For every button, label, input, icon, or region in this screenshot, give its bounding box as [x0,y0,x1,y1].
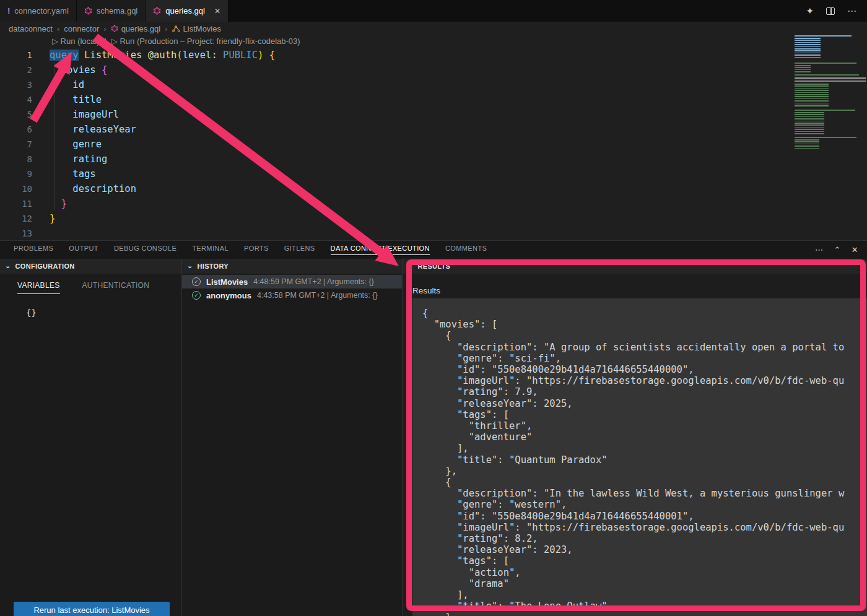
results-section: ⌄ RESULTS Results { "movies": [ { "descr… [403,259,867,616]
results-json-viewer[interactable]: { "movies": [ { "description": "A group … [412,298,867,616]
history-entry-meta: 4:48:59 PM GMT+2 | Arguments: {} [253,277,374,286]
panel-tab-problems[interactable]: PROBLEMS [14,245,53,255]
history-title: HISTORY [198,262,229,270]
code-editor[interactable]: ▷ Run (local) | ▷ Run (Production – Proj… [0,35,867,240]
configuration-section: ⌄ CONFIGURATION VARIABLES AUTHENTICATION… [0,259,182,616]
close-tab-icon[interactable]: ✕ [214,7,220,15]
history-row-anonymous[interactable]: ✓ anonymous 4:43:58 PM GMT+2 | Arguments… [182,288,402,302]
breadcrumb-listmovies[interactable]: ListMovies [172,24,221,33]
tab-label: connector.yaml [14,6,68,15]
yaml-file-icon: ! [7,7,10,15]
panel-maximize-icon[interactable]: ⌃ [834,245,840,254]
history-row-listmovies[interactable]: ✓ ListMovies 4:48:59 PM GMT+2 | Argument… [182,275,402,288]
panel-tab-bar: PROBLEMS OUTPUT DEBUG CONSOLE TERMINAL P… [0,241,867,258]
graphql-icon [84,7,92,15]
panel-tab-output[interactable]: OUTPUT [69,245,98,255]
success-check-icon: ✓ [192,277,201,286]
breadcrumb-separator: › [57,24,59,33]
codelens-divider: | [104,37,106,46]
variables-value[interactable]: {} [26,308,181,318]
tab-variables[interactable]: VARIABLES [17,281,60,294]
breadcrumb: dataconnect › connector › queries.gql › … [0,22,867,35]
breadcrumb-connector[interactable]: connector [64,24,99,33]
rerun-last-execution-button[interactable]: Rerun last execution: ListMovies [14,602,170,616]
configuration-subtabs: VARIABLES AUTHENTICATION [0,274,181,294]
history-list: ✓ ListMovies 4:48:59 PM GMT+2 | Argument… [182,275,402,302]
success-check-icon: ✓ [192,291,201,300]
panel-tab-ports[interactable]: PORTS [244,245,269,255]
panel-tab-gitlens[interactable]: GITLENS [284,245,315,255]
panel-more-icon[interactable]: ⋯ [815,245,823,254]
tab-authentication[interactable]: AUTHENTICATION [82,281,150,294]
panel-close-icon[interactable]: ✕ [852,245,858,254]
breadcrumb-dataconnect[interactable]: dataconnect [9,24,53,33]
results-heading: Results [412,286,867,295]
bottom-panel: PROBLEMS OUTPUT DEBUG CONSOLE TERMINAL P… [0,240,867,616]
breadcrumb-separator: › [103,24,106,33]
code-lines: 1query ListMovies @auth(level: PUBLIC) {… [0,48,793,240]
results-header[interactable]: ⌄ RESULTS [403,259,867,274]
panel-tab-terminal[interactable]: TERMINAL [192,245,229,255]
breadcrumb-label: queries.gql [121,24,161,33]
results-title: RESULTS [418,262,451,270]
editor-actions: ✦ ⋯ [806,0,867,22]
history-entry-name: ListMovies [206,277,248,287]
breadcrumb-separator: › [165,24,167,33]
tab-label: schema.gql [97,6,137,15]
panel-controls: ⋯ ⌃ ✕ [815,245,867,254]
run-local-link[interactable]: ▷ Run (local) [52,37,99,46]
graphql-icon [153,7,161,15]
tab-label: queries.gql [165,6,205,15]
configuration-title: CONFIGURATION [15,262,75,270]
history-entry-meta: 4:43:58 PM GMT+2 | Arguments: {} [257,291,378,300]
configuration-header[interactable]: ⌄ CONFIGURATION [0,259,181,274]
breadcrumb-queries-gql[interactable]: queries.gql [111,24,161,33]
tab-queries-gql[interactable]: queries.gql ✕ [146,0,229,22]
editor-tab-bar: ! connector.yaml schema.gql queries.gql … [0,0,867,22]
split-editor-icon[interactable] [826,7,835,15]
history-section: ⌄ HISTORY ✓ ListMovies 4:48:59 PM GMT+2 … [182,259,403,616]
chevron-down-icon: ⌄ [187,262,193,270]
chevron-down-icon: ⌄ [407,262,414,270]
breadcrumb-label: ListMovies [183,24,221,33]
more-actions-icon[interactable]: ⋯ [847,6,857,17]
tab-connector-yaml[interactable]: ! connector.yaml [0,0,77,22]
chevron-down-icon: ⌄ [5,262,11,270]
history-header[interactable]: ⌄ HISTORY [182,259,402,274]
codelens-row: ▷ Run (local) | ▷ Run (Production – Proj… [52,37,300,46]
copilot-sparkle-icon[interactable]: ✦ [806,6,814,17]
minimap[interactable] [795,35,866,150]
query-symbol-icon [172,25,180,33]
panel-tab-comments[interactable]: COMMENTS [445,245,487,255]
panel-body: ⌄ CONFIGURATION VARIABLES AUTHENTICATION… [0,259,867,616]
tab-schema-gql[interactable]: schema.gql [77,0,146,22]
panel-tab-debug-console[interactable]: DEBUG CONSOLE [114,245,176,255]
graphql-icon [111,25,118,32]
vscode-window: ! connector.yaml schema.gql queries.gql … [0,0,867,616]
run-production-link[interactable]: ▷ Run (Production – Project: friendly-fl… [111,37,300,46]
panel-tab-data-connect-execution[interactable]: DATA CONNECT EXECUTION [331,245,430,255]
history-entry-name: anonymous [206,291,251,300]
